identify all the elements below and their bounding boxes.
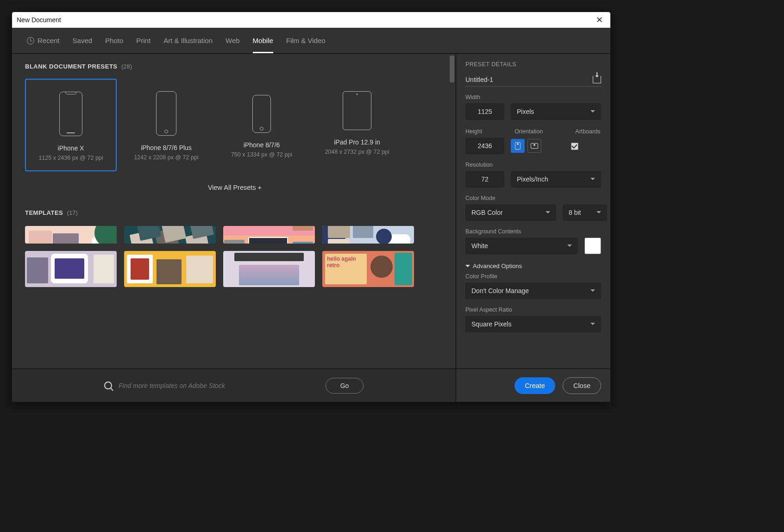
- save-preset-icon[interactable]: [593, 76, 601, 83]
- dialog-title: New Document: [17, 16, 61, 24]
- template-card[interactable]: Austere Social Media… FREE: [124, 226, 216, 244]
- width-unit-select[interactable]: Pixels: [511, 103, 601, 120]
- template-card[interactable]: [124, 251, 216, 287]
- background-label: Background Contents: [465, 228, 601, 235]
- preset-name: iPhone 8/7/6 Plus: [141, 144, 192, 151]
- height-input[interactable]: [465, 138, 504, 154]
- bit-depth-select[interactable]: 8 bit: [563, 204, 607, 221]
- preset-iphone-x[interactable]: iPhone X 1125 x 2436 px @ 72 ppi: [25, 79, 117, 171]
- device-icon: [252, 95, 271, 133]
- tab-saved[interactable]: Saved: [73, 28, 93, 53]
- presets-count: (28): [121, 63, 132, 70]
- tab-print[interactable]: Print: [136, 28, 151, 53]
- preset-dims: 2048 x 2732 px @ 72 ppi: [325, 149, 389, 155]
- presets-grid: iPhone X 1125 x 2436 px @ 72 ppi iPhone …: [25, 79, 445, 171]
- preset-ipad-pro[interactable]: iPad Pro 12.9 in 2048 x 2732 px @ 72 ppi: [311, 79, 403, 171]
- tab-photo[interactable]: Photo: [105, 28, 123, 53]
- orientation-landscape-button[interactable]: [527, 139, 541, 153]
- tab-art-illustration[interactable]: Art & Illustration: [163, 28, 213, 53]
- advanced-label: Advanced Options: [473, 263, 522, 269]
- preset-iphone-plus[interactable]: iPhone 8/7/6 Plus 1242 x 2208 px @ 72 pp…: [120, 79, 212, 171]
- chevron-down-icon: [590, 289, 595, 294]
- tab-label: Web: [226, 37, 240, 44]
- select-value: Pixels/Inch: [517, 175, 548, 183]
- tab-label: Recent: [38, 37, 60, 44]
- tab-label: Mobile: [253, 37, 273, 44]
- color-profile-select[interactable]: Don't Color Manage: [465, 282, 601, 299]
- resolution-input[interactable]: [465, 171, 504, 188]
- tab-label: Saved: [73, 37, 93, 44]
- preset-details-title: PRESET DETAILS: [465, 61, 601, 68]
- go-button[interactable]: Go: [326, 378, 364, 394]
- device-icon: [156, 91, 176, 136]
- search-input[interactable]: [119, 382, 319, 389]
- template-thumbnail: hello again retro: [322, 251, 414, 287]
- template-thumbnail: [25, 251, 117, 287]
- view-all-presets-link[interactable]: View All Presets +: [208, 184, 262, 191]
- tab-mobile[interactable]: Mobile: [253, 28, 273, 53]
- template-thumbnail: [322, 226, 414, 244]
- select-value: RGB Color: [471, 209, 503, 216]
- template-card[interactable]: [223, 251, 315, 287]
- templates-count: (17): [67, 209, 78, 216]
- background-color-swatch[interactable]: [584, 238, 601, 254]
- orientation-label: Orientation: [514, 128, 543, 135]
- left-panel: BLANK DOCUMENT PRESETS (28) iPhone X 112…: [12, 54, 456, 402]
- template-card[interactable]: [25, 251, 117, 287]
- select-value: Square Pixels: [471, 320, 511, 328]
- select-value: 8 bit: [569, 209, 581, 216]
- artboards-checkbox[interactable]: [571, 143, 578, 150]
- templates-section-title: TEMPLATES: [25, 209, 63, 216]
- chevron-down-icon: [465, 265, 470, 269]
- resolution-unit-select[interactable]: Pixels/Inch: [511, 171, 601, 188]
- color-profile-label: Color Profile: [465, 273, 601, 280]
- close-button[interactable]: Close: [563, 377, 601, 394]
- tab-label: Film & Video: [286, 37, 326, 44]
- preset-dims: 1125 x 2436 px @ 72 ppi: [38, 155, 103, 161]
- template-card[interactable]: Aura Grid Social Med… FREE: [25, 226, 117, 244]
- tab-film-video[interactable]: Film & Video: [286, 28, 326, 53]
- tab-recent[interactable]: Recent: [27, 28, 60, 53]
- clock-icon: [27, 37, 34, 44]
- presets-section-title: BLANK DOCUMENT PRESETS: [25, 63, 118, 70]
- close-icon[interactable]: ✕: [593, 15, 606, 25]
- width-label: Width: [465, 94, 601, 100]
- document-name[interactable]: Untitled-1: [465, 76, 493, 83]
- preset-details-panel: PRESET DETAILS Untitled-1 Width Pixels H…: [456, 54, 610, 402]
- chevron-down-icon: [546, 211, 550, 216]
- device-icon: [343, 91, 371, 130]
- template-thumbnail: UTE: [223, 226, 315, 244]
- preset-name: iPhone 8/7/6: [244, 141, 280, 149]
- preset-dims: 750 x 1334 px @ 72 ppi: [231, 151, 292, 158]
- tab-web[interactable]: Web: [226, 28, 240, 53]
- select-value: White: [471, 242, 488, 250]
- template-card[interactable]: hello again retro: [322, 251, 414, 287]
- category-tabs: Recent Saved Photo Print Art & Illustrat…: [12, 28, 610, 54]
- width-input[interactable]: [465, 103, 504, 120]
- select-value: Don't Color Manage: [471, 287, 529, 294]
- chevron-down-icon: [590, 178, 595, 182]
- height-label: Height: [465, 128, 482, 135]
- tab-label: Photo: [105, 37, 123, 44]
- template-thumbnail: [223, 251, 315, 287]
- portrait-icon: [515, 142, 521, 150]
- artboards-label: Artboards: [575, 128, 600, 135]
- create-button[interactable]: Create: [514, 377, 555, 394]
- templates-grid: Aura Grid Social Med… FREE: [25, 226, 445, 287]
- preset-iphone-8[interactable]: iPhone 8/7/6 750 x 1334 px @ 72 ppi: [216, 79, 307, 171]
- tab-label: Art & Illustration: [163, 37, 213, 44]
- chevron-down-icon: [590, 110, 595, 115]
- search-icon: [104, 382, 112, 389]
- chevron-down-icon: [590, 323, 595, 327]
- pixel-aspect-select[interactable]: Square Pixels: [465, 316, 601, 332]
- template-card[interactable]: UTE Bold Social Media Set FREE: [223, 226, 315, 244]
- template-card[interactable]: Cool Organic Social… FREE: [322, 226, 414, 244]
- scrollbar[interactable]: [448, 54, 456, 402]
- dialog-header: New Document ✕: [12, 12, 610, 28]
- color-mode-select[interactable]: RGB Color: [465, 204, 556, 221]
- advanced-options-toggle[interactable]: Advanced Options: [465, 263, 601, 269]
- background-select[interactable]: White: [465, 238, 578, 254]
- new-document-dialog: New Document ✕ Recent Saved Photo Print …: [12, 12, 610, 402]
- orientation-portrait-button[interactable]: [511, 139, 525, 153]
- preset-dims: 1242 x 2208 px @ 72 ppi: [134, 154, 198, 161]
